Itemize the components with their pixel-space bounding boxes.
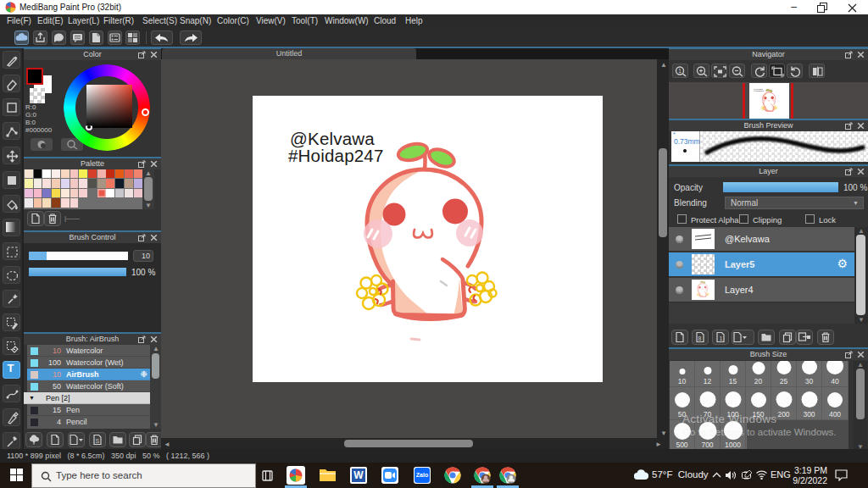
svg-text:#Hoidap247: #Hoidap247 [288, 146, 384, 165]
svg-text:1: 1 [720, 336, 723, 341]
svg-text:S: S [96, 438, 100, 444]
svg-text:8: 8 [698, 336, 702, 341]
svg-text:1: 1 [678, 68, 682, 74]
svg-text:#Hoidap247: #Hoidap247 [754, 90, 765, 92]
